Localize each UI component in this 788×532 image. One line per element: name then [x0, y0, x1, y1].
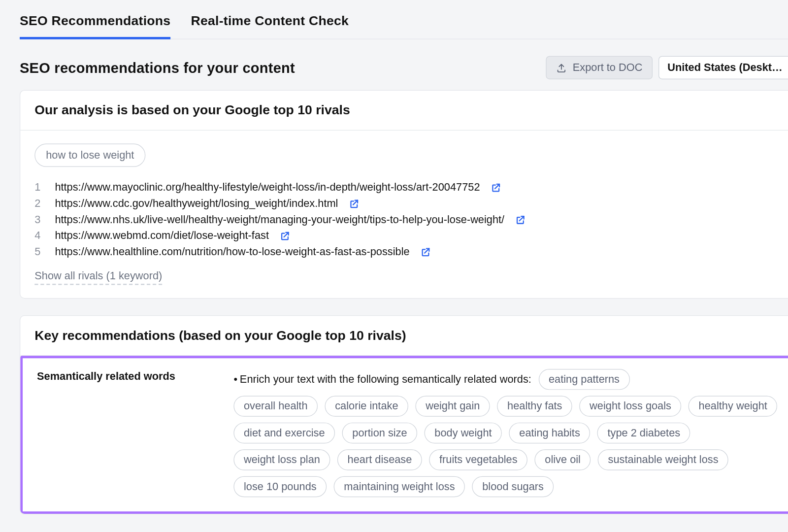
semantic-word-pill[interactable]: diet and exercise	[233, 423, 335, 443]
rival-number: 3	[34, 213, 44, 226]
rival-number: 5	[34, 246, 44, 258]
rival-url: https://www.cdc.gov/healthyweight/losing…	[55, 198, 338, 210]
semantic-words-highlight: Semantically related words •Enrich your …	[20, 356, 788, 514]
semantic-word-pill[interactable]: lose 10 pounds	[233, 476, 327, 497]
analysis-card-title: Our analysis is based on your Google top…	[20, 91, 788, 131]
rival-row: 3https://www.nhs.uk/live-well/healthy-we…	[34, 211, 788, 227]
semantic-word-pill[interactable]: calorie intake	[325, 396, 408, 416]
upload-icon	[556, 62, 567, 73]
external-link-icon[interactable]	[491, 182, 501, 193]
semantic-word-pill[interactable]: weight loss goals	[580, 396, 682, 416]
external-link-icon[interactable]	[420, 246, 431, 257]
rival-number: 2	[34, 198, 44, 210]
keyword-pill[interactable]: how to lose weight	[34, 144, 145, 167]
semantic-word-pill[interactable]: overall health	[233, 396, 318, 416]
rival-row: 5https://www.healthline.com/nutrition/ho…	[34, 243, 788, 260]
semantic-word-pill[interactable]: body weight	[425, 423, 502, 443]
locale-select-label: United States (Deskt…	[667, 62, 783, 74]
tabs: SEO Recommendations Real-time Content Ch…	[20, 0, 788, 39]
rival-url: https://www.webmd.com/diet/lose-weight-f…	[55, 230, 269, 242]
rivals-list: 1https://www.mayoclinic.org/healthy-life…	[34, 179, 788, 259]
export-button-label: Export to DOC	[573, 62, 643, 74]
semantic-word-pill[interactable]: eating habits	[509, 423, 591, 443]
rival-url: https://www.mayoclinic.org/healthy-lifes…	[55, 181, 480, 194]
header-actions: Export to DOC United States (Deskt…	[546, 56, 788, 79]
semantic-word-pill[interactable]: blood sugars	[472, 476, 554, 497]
rival-number: 1	[34, 181, 44, 194]
semantic-words-content: •Enrich your text with the following sem…	[233, 369, 788, 497]
semantic-word-pill[interactable]: healthy fats	[497, 396, 572, 416]
semantic-word-pill[interactable]: heart disease	[337, 449, 422, 470]
analysis-card: Our analysis is based on your Google top…	[20, 90, 788, 299]
rival-url: https://www.healthline.com/nutrition/how…	[55, 246, 409, 258]
semantic-word-pill[interactable]: maintaining weight loss	[334, 476, 465, 497]
semantic-word-pill[interactable]: sustainable weight loss	[598, 449, 728, 470]
external-link-icon[interactable]	[280, 231, 291, 241]
rival-row: 2https://www.cdc.gov/healthyweight/losin…	[34, 195, 788, 211]
semantic-word-pill[interactable]: fruits vegetables	[429, 449, 527, 470]
semantic-words-pills: overall healthcalorie intakeweight gainh…	[233, 396, 788, 497]
semantic-word-pill[interactable]: weight gain	[416, 396, 490, 416]
rival-row: 1https://www.mayoclinic.org/healthy-life…	[34, 179, 788, 195]
semantic-word-pill[interactable]: eating patterns	[538, 369, 629, 390]
semantic-word-pill[interactable]: portion size	[342, 423, 418, 443]
semantic-word-pill[interactable]: healthy weight	[689, 396, 777, 416]
rival-row: 4https://www.webmd.com/diet/lose-weight-…	[34, 227, 788, 243]
semantic-word-pill[interactable]: weight loss plan	[233, 449, 330, 470]
rival-url: https://www.nhs.uk/live-well/healthy-wei…	[55, 213, 504, 226]
key-rec-card: Key recommendations (based on your Googl…	[20, 315, 788, 514]
semantic-words-lead: •Enrich your text with the following sem…	[233, 373, 531, 385]
tab-realtime-content-check[interactable]: Real-time Content Check	[191, 9, 349, 39]
export-to-doc-button[interactable]: Export to DOC	[546, 56, 653, 79]
semantic-word-pill[interactable]: type 2 diabetes	[597, 423, 690, 443]
analysis-card-body: how to lose weight 1https://www.mayoclin…	[20, 131, 788, 298]
page-header: SEO recommendations for your content Exp…	[20, 56, 788, 79]
semantic-word-pill[interactable]: olive oil	[535, 449, 591, 470]
locale-select[interactable]: United States (Deskt…	[658, 56, 788, 79]
external-link-icon[interactable]	[349, 198, 360, 209]
show-all-rivals-link[interactable]: Show all rivals (1 keyword)	[34, 270, 162, 285]
rival-number: 4	[34, 230, 44, 242]
external-link-icon[interactable]	[515, 214, 526, 225]
semantic-words-label: Semantically related words	[37, 369, 216, 497]
tab-seo-recommendations[interactable]: SEO Recommendations	[20, 9, 170, 39]
key-rec-title: Key recommendations (based on your Googl…	[20, 316, 788, 356]
page-title: SEO recommendations for your content	[20, 59, 295, 76]
